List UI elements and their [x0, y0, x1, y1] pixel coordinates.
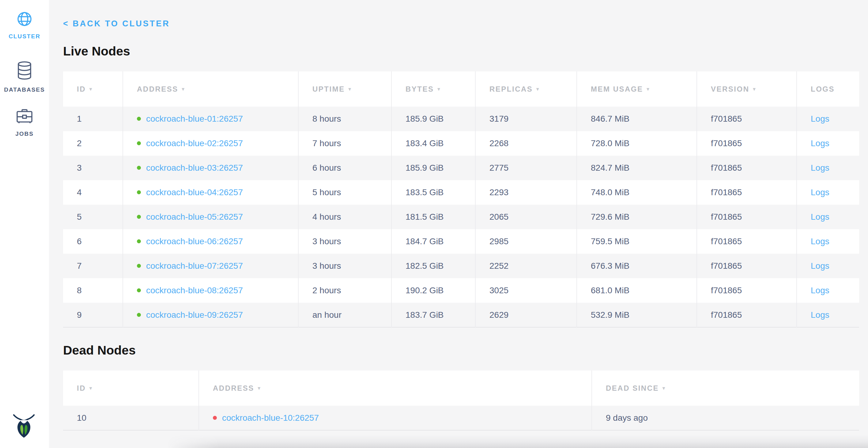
sort-arrow-icon: ▾	[348, 86, 352, 92]
node-address-cell: cockroach-blue-06:26257	[123, 229, 298, 254]
live-status-dot	[137, 141, 141, 145]
logs-link[interactable]: Logs	[811, 261, 829, 271]
node-id-cell: 4	[63, 180, 123, 205]
sidebar: CLUSTER DATABASES JOBS	[0, 0, 49, 448]
logs-link[interactable]: Logs	[811, 286, 829, 295]
node-address-cell: cockroach-blue-03:26257	[123, 156, 298, 180]
node-address-cell: cockroach-blue-07:26257	[123, 254, 298, 278]
logs-link[interactable]: Logs	[811, 310, 829, 320]
node-address-link[interactable]: cockroach-blue-02:26257	[146, 139, 243, 148]
node-bytes-cell: 181.5 GiB	[392, 205, 475, 229]
sort-arrow-icon: ▾	[753, 86, 756, 92]
node-mem-usage-cell: 532.9 MiB	[577, 303, 697, 327]
table-row: 4 cockroach-blue-04:26257 5 hours 183.5 …	[63, 180, 859, 205]
column-header-uptime[interactable]: UPTIME▾	[298, 71, 392, 107]
node-uptime-cell: an hour	[298, 303, 392, 327]
live-status-dot	[137, 239, 141, 243]
sort-arrow-icon: ▾	[662, 385, 666, 391]
sort-arrow-icon: ▾	[647, 86, 650, 92]
column-header-mem-usage[interactable]: MEM USAGE▾	[577, 71, 697, 107]
node-dead-since-cell: 9 days ago	[592, 406, 859, 430]
dead-status-dot	[213, 416, 217, 420]
node-address-link[interactable]: cockroach-blue-08:26257	[146, 286, 243, 295]
node-address-link[interactable]: cockroach-blue-07:26257	[146, 261, 243, 271]
node-address-link[interactable]: cockroach-blue-04:26257	[146, 187, 243, 197]
node-mem-usage-cell: 728.0 MiB	[577, 131, 697, 156]
sidebar-item-cluster[interactable]: CLUSTER	[0, 11, 49, 40]
sidebar-item-label: CLUSTER	[8, 33, 40, 40]
node-bytes-cell: 183.4 GiB	[392, 131, 475, 156]
live-status-dot	[137, 166, 141, 170]
node-version-cell: f701865	[697, 107, 797, 131]
node-id-cell: 1	[63, 107, 123, 131]
column-header-address[interactable]: ADDRESS▾	[123, 71, 298, 107]
node-address-link[interactable]: cockroach-blue-01:26257	[146, 114, 243, 123]
sort-arrow-icon: ▾	[438, 86, 441, 92]
back-to-cluster-link[interactable]: < BACK TO CLUSTER	[63, 19, 170, 29]
logs-link[interactable]: Logs	[811, 187, 829, 197]
node-logs-cell: Logs	[797, 156, 859, 180]
node-bytes-cell: 185.9 GiB	[392, 107, 475, 131]
sidebar-item-label: JOBS	[15, 130, 34, 137]
live-status-dot	[137, 190, 141, 194]
live-status-dot	[137, 215, 141, 219]
live-nodes-title: Live Nodes	[63, 44, 860, 59]
sidebar-item-databases[interactable]: DATABASES	[0, 61, 49, 93]
column-header-replicas[interactable]: REPLICAS▾	[475, 71, 577, 107]
column-header-dead-since[interactable]: DEAD SINCE▾	[592, 370, 859, 406]
node-logs-cell: Logs	[797, 205, 859, 229]
logs-link[interactable]: Logs	[811, 114, 829, 123]
column-header-logs: LOGS	[797, 71, 859, 107]
node-address-link[interactable]: cockroach-blue-09:26257	[146, 310, 243, 320]
node-uptime-cell: 3 hours	[298, 254, 392, 278]
node-address-link[interactable]: cockroach-blue-10:26257	[222, 413, 319, 423]
node-version-cell: f701865	[697, 205, 797, 229]
node-address-link[interactable]: cockroach-blue-05:26257	[146, 212, 243, 221]
node-version-cell: f701865	[697, 303, 797, 327]
logs-link[interactable]: Logs	[811, 163, 829, 173]
sort-arrow-icon: ▾	[258, 385, 261, 391]
node-id-cell: 5	[63, 205, 123, 229]
node-address-cell: cockroach-blue-02:26257	[123, 131, 298, 156]
sort-arrow-icon: ▾	[182, 86, 185, 92]
node-replicas-cell: 2065	[475, 205, 577, 229]
live-status-dot	[137, 264, 141, 268]
node-bytes-cell: 185.9 GiB	[392, 156, 475, 180]
node-version-cell: f701865	[697, 156, 797, 180]
column-header-id[interactable]: ID▾	[63, 71, 123, 107]
node-id-cell: 10	[63, 406, 199, 430]
node-bytes-cell: 183.5 GiB	[392, 180, 475, 205]
node-id-cell: 7	[63, 254, 123, 278]
globe-icon	[17, 11, 32, 28]
node-version-cell: f701865	[697, 278, 797, 303]
node-address-link[interactable]: cockroach-blue-06:26257	[146, 237, 243, 246]
node-bytes-cell: 184.7 GiB	[392, 229, 475, 254]
node-address-link[interactable]: cockroach-blue-03:26257	[146, 163, 243, 173]
node-logs-cell: Logs	[797, 180, 859, 205]
column-header-bytes[interactable]: BYTES▾	[392, 71, 475, 107]
node-address-cell: cockroach-blue-09:26257	[123, 303, 298, 327]
column-header-id[interactable]: ID▾	[63, 370, 199, 406]
node-mem-usage-cell: 748.0 MiB	[577, 180, 697, 205]
sidebar-item-jobs[interactable]: JOBS	[0, 108, 49, 137]
node-replicas-cell: 2268	[475, 131, 577, 156]
column-header-address[interactable]: ADDRESS▾	[199, 370, 592, 406]
column-header-version[interactable]: VERSION▾	[697, 71, 797, 107]
node-mem-usage-cell: 759.5 MiB	[577, 229, 697, 254]
node-id-cell: 2	[63, 131, 123, 156]
node-replicas-cell: 2629	[475, 303, 577, 327]
node-logs-cell: Logs	[797, 278, 859, 303]
sort-arrow-icon: ▾	[89, 385, 93, 391]
table-row: 5 cockroach-blue-05:26257 4 hours 181.5 …	[63, 205, 859, 229]
node-mem-usage-cell: 824.7 MiB	[577, 156, 697, 180]
node-logs-cell: Logs	[797, 107, 859, 131]
node-version-cell: f701865	[697, 254, 797, 278]
logs-link[interactable]: Logs	[811, 237, 829, 246]
table-row: 2 cockroach-blue-02:26257 7 hours 183.4 …	[63, 131, 859, 156]
cockroachdb-logo[interactable]	[11, 413, 37, 438]
dead-nodes-header-row: ID▾ ADDRESS▾ DEAD SINCE▾	[63, 370, 859, 406]
table-row: 9 cockroach-blue-09:26257 an hour 183.7 …	[63, 303, 859, 327]
table-row: 10 cockroach-blue-10:26257 9 days ago	[63, 406, 859, 430]
logs-link[interactable]: Logs	[811, 212, 829, 221]
logs-link[interactable]: Logs	[811, 139, 829, 148]
